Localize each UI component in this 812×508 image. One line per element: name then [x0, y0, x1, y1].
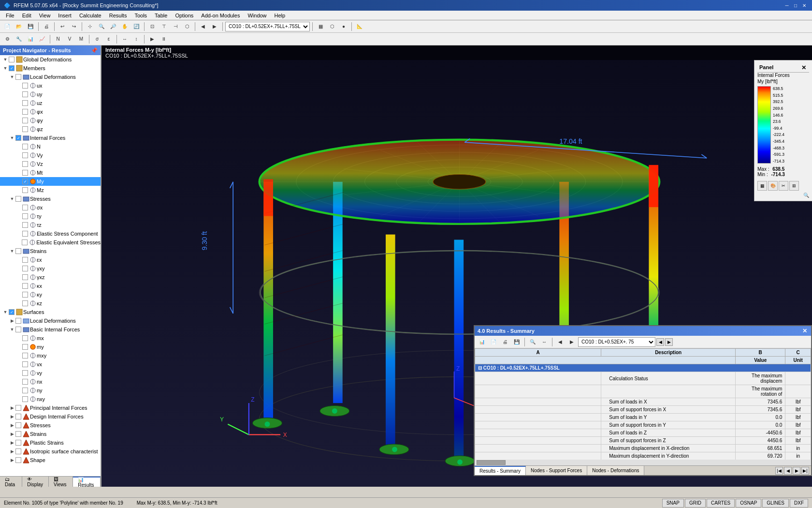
new-btn[interactable]: 📄	[2, 21, 13, 32]
col-header-b[interactable]: B	[736, 349, 785, 357]
checkbox-global-def[interactable]	[9, 57, 14, 62]
checkbox-surfaces[interactable]: ✓	[9, 309, 14, 315]
tab-views[interactable]: 🖼 Views	[49, 477, 73, 487]
tree-item-tz[interactable]: τz	[0, 221, 101, 229]
tree-item-members[interactable]: ▼✓Members	[0, 64, 101, 73]
expand-icon-isotropic-surf[interactable]: ▶	[9, 448, 15, 455]
save-btn[interactable]: 💾	[25, 21, 36, 32]
tab-nav-first[interactable]: |◀	[775, 467, 783, 475]
table-row[interactable]: Sum of loads in Z-4450.6lbf	[475, 429, 811, 437]
expand-icon-phiy[interactable]	[15, 117, 22, 124]
checkbox-tz[interactable]	[22, 222, 28, 228]
close-button[interactable]: ✕	[800, 2, 808, 9]
menu-results[interactable]: Results	[105, 12, 131, 19]
expand-icon-global-def[interactable]: ▼	[2, 56, 9, 63]
results-prev-btn[interactable]: ◀	[555, 337, 566, 347]
expand-icon-plastic-strains[interactable]: ▶	[9, 439, 15, 446]
nav-pin[interactable]: 📌	[91, 47, 98, 54]
menu-file[interactable]: File	[2, 12, 18, 19]
checkbox-principal-internal[interactable]	[15, 405, 21, 411]
pan-btn[interactable]: ✋	[119, 21, 130, 32]
tb2-btn6[interactable]: V	[64, 34, 75, 45]
checkbox-uz[interactable]	[22, 100, 28, 106]
expand-icon-Vz[interactable]	[15, 161, 22, 167]
dxf-button[interactable]: DXF	[790, 499, 808, 508]
checkbox-sx[interactable]	[22, 205, 28, 210]
checkbox-strains-members[interactable]	[15, 248, 21, 254]
tree-item-sx[interactable]: σx	[0, 203, 101, 212]
tab-nav-last[interactable]: ▶|	[801, 467, 809, 475]
tree-item-kz[interactable]: κz	[0, 299, 101, 308]
nav-tree[interactable]: ▼Global Deformations▼✓Members▼Local Defo…	[0, 55, 101, 476]
table-row[interactable]: Sum of loads in Y0.0lbf	[475, 414, 811, 421]
expand-icon-local-def[interactable]: ▼	[9, 74, 15, 80]
menu-help[interactable]: Help	[271, 12, 290, 19]
menu-options[interactable]: Options	[171, 12, 197, 19]
table-row[interactable]: Sum of loads in X7345.6lbf	[475, 398, 811, 406]
expand-icon-mxy[interactable]	[15, 352, 22, 359]
tree-item-vx[interactable]: vx	[0, 360, 101, 369]
checkbox-yxz[interactable]	[22, 274, 28, 280]
checkbox-local-def[interactable]	[15, 74, 21, 80]
tree-item-Vz[interactable]: Vz	[0, 160, 101, 168]
tree-item-internal-forces[interactable]: ▼✓Internal Forces	[0, 134, 101, 142]
tab-nav-prev[interactable]: ◀	[784, 467, 792, 475]
results-next-btn[interactable]: ▶	[566, 337, 577, 347]
undo-btn[interactable]: ↩	[57, 21, 68, 32]
tree-item-strains-members[interactable]: ▼Strains	[0, 247, 101, 255]
tree-item-kx[interactable]: κx	[0, 282, 101, 290]
checkbox-vx[interactable]	[22, 361, 28, 367]
checkbox-phiy[interactable]	[22, 118, 28, 123]
tb2-btn10[interactable]: ↔	[119, 34, 130, 45]
results-nav-fwd[interactable]: ▶	[665, 338, 673, 346]
results-close-button[interactable]: ✕	[801, 328, 808, 334]
checkbox-surf-strains[interactable]	[15, 431, 21, 437]
tree-item-phiz[interactable]: φz	[0, 125, 101, 134]
col-header-c[interactable]: C	[785, 349, 811, 357]
tree-item-uy[interactable]: uy	[0, 90, 101, 99]
expand-icon-ty[interactable]	[15, 213, 22, 220]
checkbox-elastic-equiv[interactable]	[22, 239, 28, 245]
tree-item-N[interactable]: N	[0, 142, 101, 151]
expand-icon-design-internal[interactable]: ▶	[9, 413, 15, 420]
zoom-icon[interactable]: 🔍	[757, 193, 809, 198]
tree-item-nx[interactable]: nx	[0, 377, 101, 386]
checkbox-elastic-stress[interactable]	[22, 231, 28, 237]
tree-item-Mz[interactable]: Mz	[0, 186, 101, 194]
wire-btn[interactable]: ⬡	[327, 21, 337, 32]
expand-icon-phix[interactable]	[15, 108, 22, 115]
menu-window[interactable]: Window	[244, 12, 270, 19]
tb2-btn2[interactable]: 🔧	[14, 34, 24, 45]
checkbox-uy[interactable]	[22, 91, 28, 97]
panel-close-button[interactable]: ✕	[800, 64, 807, 71]
zoom-in-btn[interactable]: 🔍	[96, 21, 107, 32]
checkbox-ty[interactable]	[22, 213, 28, 219]
tree-item-vy-surf[interactable]: vy	[0, 369, 101, 377]
panel-icon-btn3[interactable]: ✂	[779, 181, 788, 191]
expand-icon-elastic-stress[interactable]	[15, 230, 22, 237]
checkbox-Vy[interactable]	[22, 152, 28, 158]
checkbox-basic-internal[interactable]	[15, 327, 21, 332]
tab-nav-next[interactable]: ▶	[793, 467, 800, 475]
view-top[interactable]: ⊤	[159, 21, 169, 32]
tree-item-global-def[interactable]: ▼Global Deformations	[0, 55, 101, 64]
expand-icon-sx[interactable]	[15, 204, 22, 211]
expand-icon-Vy[interactable]	[15, 152, 22, 159]
tree-item-My[interactable]: ✓My	[0, 177, 101, 186]
redo-btn[interactable]: ↪	[69, 21, 79, 32]
table-row[interactable]: Maximum displacement in Y-direction69.72…	[475, 452, 811, 460]
expand-icon-members[interactable]: ▼	[2, 65, 9, 72]
expand-icon-shape[interactable]: ▶	[9, 457, 15, 463]
checkbox-Mt[interactable]	[22, 170, 28, 176]
tree-item-phiy[interactable]: φy	[0, 116, 101, 125]
fit-btn[interactable]: ⊡	[147, 21, 158, 32]
table-row[interactable]: Sum of support forces in X7345.6lbf	[475, 406, 811, 414]
results-table-wrapper[interactable]: A Description B C Value Unit ⊟ CO10 : DL…	[475, 348, 811, 460]
tree-item-ky[interactable]: κy	[0, 290, 101, 299]
cartes-button[interactable]: CARTES	[707, 499, 735, 508]
expand-icon-strains-members[interactable]: ▼	[9, 248, 15, 254]
menu-tools[interactable]: Tools	[130, 12, 151, 19]
expand-icon-yxy[interactable]	[15, 265, 22, 272]
col-header-desc[interactable]: Description	[601, 349, 736, 357]
expand-icon-mx[interactable]	[15, 335, 22, 342]
